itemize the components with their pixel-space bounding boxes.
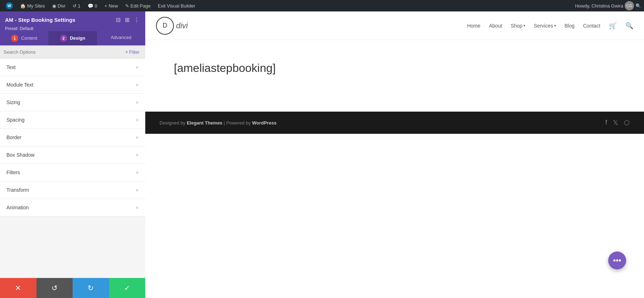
admin-search-icon[interactable]: 🔍 [635, 3, 641, 9]
site-footer: Designed by Elegant Themes | Powered by … [145, 112, 644, 134]
divi-item[interactable]: ◉ Divi [49, 0, 68, 11]
nav-home-label: Home [467, 23, 480, 29]
admin-bar-right: Howdy, Christina Gwira CG 🔍 [575, 1, 641, 10]
comments-item[interactable]: 💬 0 [85, 0, 100, 11]
option-spacing[interactable]: Spacing ∨ [0, 111, 145, 129]
main-layout: AM - Step Booking Settings ⊟ ⊞ ⋮ Preset:… [0, 11, 644, 298]
save-icon: ✓ [124, 284, 130, 292]
new-icon: + [104, 3, 107, 9]
revisions-count: 1 [78, 3, 80, 9]
content-tab-label: Content [21, 35, 38, 41]
new-item[interactable]: + New [102, 0, 121, 11]
comments-icon: 💬 [88, 3, 93, 9]
edit-page-item[interactable]: ✎ Edit Page [122, 0, 153, 11]
tab-content[interactable]: 1 Content [0, 31, 48, 45]
tab-design[interactable]: 2 Design [48, 31, 97, 45]
option-transform[interactable]: Transform ∨ [0, 181, 145, 199]
action-bar: ✕ ↺ ↻ ✓ [0, 278, 145, 298]
howdy-text: Howdy, Christina Gwira [575, 3, 623, 9]
chevron-icon-module-text: ∨ [136, 82, 139, 87]
more-icon[interactable]: ⋮ [133, 16, 140, 24]
nav-home[interactable]: Home [467, 23, 480, 29]
panel-header-icons: ⊟ ⊞ ⋮ [115, 16, 140, 24]
preset-row: Preset: Default [5, 26, 140, 31]
nav-services-label: Services [534, 23, 553, 29]
cart-icon[interactable]: 🛒 [609, 22, 617, 30]
shortcode-display: [ameliastepbooking] [174, 62, 276, 74]
nav-blog[interactable]: Blog [565, 23, 575, 29]
avatar[interactable]: CG [625, 1, 634, 10]
fab-icon: ••• [613, 256, 621, 265]
nav-shop-label: Shop [511, 23, 522, 29]
services-dropdown-icon: ▾ [554, 24, 556, 28]
option-module-text[interactable]: Module Text ∨ [0, 76, 145, 94]
tab-advanced[interactable]: Advanced [97, 31, 145, 45]
search-input[interactable] [4, 49, 120, 55]
nav-services[interactable]: Services ▾ [534, 23, 556, 29]
option-filters[interactable]: Filters ∨ [0, 164, 145, 181]
content-badge: 1 [11, 35, 18, 42]
advanced-tab-label: Advanced [111, 35, 131, 40]
wp-logo-item[interactable]: W [3, 0, 16, 11]
chevron-icon-spacing: ∨ [136, 117, 139, 122]
option-border[interactable]: Border ∨ [0, 129, 145, 146]
option-text-label: Text [6, 64, 16, 70]
close-icon: ✕ [15, 284, 21, 292]
option-sizing-label: Sizing [6, 99, 20, 105]
filter-label: Filter [129, 49, 140, 55]
save-button[interactable]: ✓ [109, 278, 146, 298]
nav-shop[interactable]: Shop ▾ [511, 23, 525, 29]
option-animation-label: Animation [6, 205, 29, 210]
option-spacing-label: Spacing [6, 117, 25, 123]
option-box-shadow[interactable]: Box Shadow ∨ [0, 146, 145, 164]
instagram-icon[interactable]: ⬡ [624, 119, 630, 127]
nav-about[interactable]: About [489, 23, 502, 29]
chevron-icon-border: ∨ [136, 135, 139, 140]
option-transform-label: Transform [6, 187, 29, 193]
nav-contact[interactable]: Contact [583, 23, 600, 29]
site-preview: D divi Home About Shop ▾ Services ▾ [145, 11, 644, 298]
redo-button[interactable]: ↻ [73, 278, 109, 298]
settings-panel: AM - Step Booking Settings ⊟ ⊞ ⋮ Preset:… [0, 11, 145, 298]
filter-button[interactable]: + Filter [123, 48, 142, 55]
edit-icon: ✎ [125, 3, 129, 9]
chevron-icon-box-shadow: ∨ [136, 152, 139, 157]
wordpress-link[interactable]: WordPress [252, 120, 276, 126]
logo-icon: D [156, 17, 174, 35]
my-sites-label: My Sites [27, 3, 45, 9]
revisions-item[interactable]: ↺ 1 [70, 0, 83, 11]
wp-admin-bar: W 🏠 My Sites ◉ Divi ↺ 1 💬 0 + New ✎ Edit… [0, 0, 644, 11]
exit-visual-builder-item[interactable]: Exit Visual Builder [155, 0, 198, 11]
twitter-icon[interactable]: 𝕏 [613, 119, 618, 127]
site-header: D divi Home About Shop ▾ Services ▾ [145, 11, 644, 40]
search-row: + Filter [0, 45, 145, 59]
redo-icon: ↻ [88, 284, 94, 292]
my-sites-item[interactable]: 🏠 My Sites [17, 0, 48, 11]
undo-button[interactable]: ↺ [36, 278, 73, 298]
option-animation[interactable]: Animation ∨ [0, 199, 145, 216]
columns-icon[interactable]: ⊞ [124, 16, 130, 24]
logo-name: divi [176, 21, 188, 30]
facebook-icon[interactable]: f [605, 119, 607, 127]
option-text[interactable]: Text ∨ [0, 59, 145, 76]
options-list: Text ∨ Module Text ∨ Sizing ∨ Spacing ∨ … [0, 59, 145, 278]
site-search-icon[interactable]: 🔍 [625, 22, 633, 30]
responsive-icon[interactable]: ⊟ [115, 16, 121, 24]
chevron-icon-text: ∨ [136, 65, 139, 70]
option-sizing[interactable]: Sizing ∨ [0, 94, 145, 111]
logo-letter: D [163, 22, 167, 29]
footer-powered-by: | Powered by [223, 120, 252, 126]
edit-page-label: Edit Page [131, 3, 151, 9]
option-box-shadow-label: Box Shadow [6, 152, 35, 158]
home-icon: 🏠 [20, 3, 26, 9]
option-border-label: Border [6, 135, 21, 140]
nav-about-label: About [489, 23, 502, 29]
close-button[interactable]: ✕ [0, 278, 36, 298]
preset-label[interactable]: Preset: Default [5, 26, 33, 31]
new-label: New [109, 3, 118, 9]
elegant-themes-link[interactable]: Elegant Themes [187, 120, 223, 126]
option-module-text-label: Module Text [6, 82, 33, 88]
chevron-icon-filters: ∨ [136, 170, 139, 175]
fab-button[interactable]: ••• [608, 251, 626, 269]
wp-icon: W [6, 2, 13, 9]
